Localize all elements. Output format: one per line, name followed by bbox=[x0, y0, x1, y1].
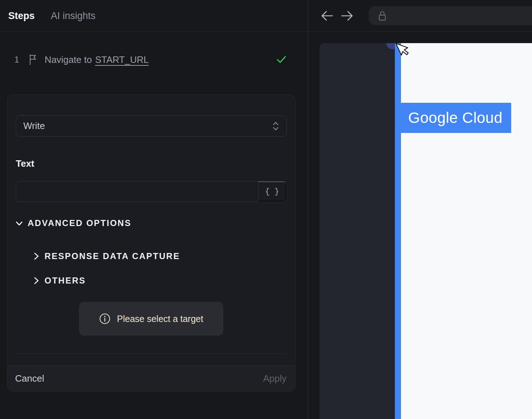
step-target-link[interactable]: START_URL bbox=[95, 54, 149, 65]
action-type-select[interactable]: Write bbox=[16, 115, 287, 137]
address-bar[interactable] bbox=[369, 6, 532, 25]
response-data-capture-toggle[interactable]: RESPONSE DATA CAPTURE bbox=[33, 251, 180, 261]
panel-tabs: Steps AI insights bbox=[8, 0, 95, 32]
lock-icon bbox=[378, 10, 387, 21]
browser-forward-button[interactable] bbox=[341, 10, 354, 22]
chevron-down-icon bbox=[15, 219, 23, 227]
brand-banner[interactable]: Google Cloud bbox=[395, 103, 511, 133]
panel-divider bbox=[308, 0, 308, 419]
others-toggle[interactable]: OTHERS bbox=[33, 276, 86, 286]
insert-variable-button[interactable]: { } bbox=[258, 181, 286, 202]
others-label: OTHERS bbox=[45, 276, 86, 286]
chevron-right-icon bbox=[33, 276, 40, 285]
chevron-right-icon bbox=[33, 252, 40, 261]
tab-ai-insights[interactable]: AI insights bbox=[51, 10, 96, 22]
footer-divider bbox=[15, 354, 286, 354]
browser-preview[interactable]: Google Cloud bbox=[319, 43, 532, 419]
browser-back-button[interactable] bbox=[321, 10, 333, 22]
arrow-right-icon bbox=[341, 10, 354, 22]
advanced-options-label: ADVANCED OPTIONS bbox=[28, 218, 131, 228]
notice-message: Please select a target bbox=[117, 314, 203, 324]
response-data-capture-label: RESPONSE DATA CAPTURE bbox=[45, 251, 180, 261]
text-input[interactable] bbox=[16, 181, 258, 202]
editor-footer: Cancel Apply bbox=[8, 365, 295, 391]
preview-blue-stripe bbox=[395, 43, 401, 419]
preview-page[interactable] bbox=[401, 43, 532, 419]
step-editor-card: Write Text { } ADVANCED OPTIONS RESPONSE… bbox=[7, 95, 295, 392]
brand-label: Google Cloud bbox=[408, 109, 503, 126]
action-type-value: Write bbox=[23, 120, 45, 132]
step-row[interactable]: 1 Navigate to START_URL bbox=[0, 50, 308, 70]
step-number: 1 bbox=[14, 55, 19, 65]
step-success-check-icon bbox=[276, 55, 286, 64]
select-target-notice: Please select a target bbox=[79, 302, 223, 336]
cancel-button[interactable]: Cancel bbox=[15, 373, 44, 384]
apply-button[interactable]: Apply bbox=[263, 373, 286, 384]
advanced-options-toggle[interactable]: ADVANCED OPTIONS bbox=[15, 218, 131, 228]
text-field-label: Text bbox=[16, 158, 34, 169]
arrow-left-icon bbox=[321, 10, 333, 22]
info-icon bbox=[99, 313, 111, 324]
tab-steps[interactable]: Steps bbox=[8, 10, 35, 22]
top-bar: Steps AI insights bbox=[0, 0, 532, 32]
step-label: Navigate to bbox=[45, 54, 92, 65]
chevron-up-down-icon bbox=[272, 121, 279, 132]
flag-icon bbox=[29, 54, 37, 65]
text-input-group: { } bbox=[16, 181, 287, 202]
